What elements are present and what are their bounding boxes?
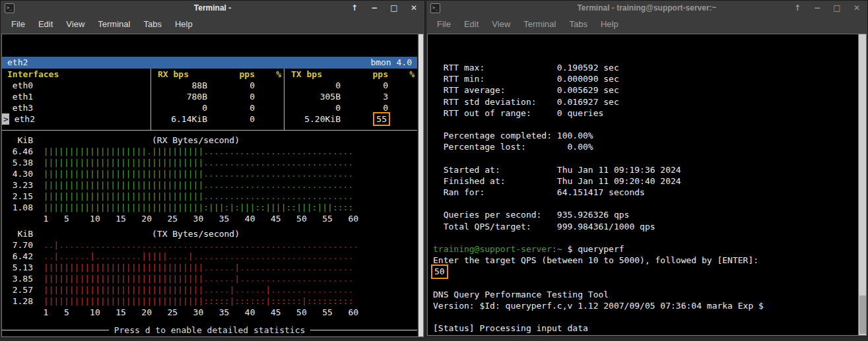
graph-row: 2.57 |||||||||||||||||||||||||||||||....… [2, 284, 417, 295]
prompt-user-host: training@support-server [433, 244, 552, 254]
scrollbar-thumb[interactable] [859, 295, 866, 334]
graph-run: |||||||||||||||||||||||||||||||:|||:|:||… [44, 202, 354, 212]
interface-name: eth3 [7, 102, 150, 113]
cell-value: 5.20KiB [284, 113, 341, 125]
graph-run: |||||||||||||||||||||||||||||||:::::|:::… [44, 296, 354, 306]
graph-ylabel: 4.30 [2, 169, 44, 179]
graph-ylabel: 2.15 [2, 191, 44, 201]
graph-xaxis: 1 5 10 15 20 25 30 35 40 45 50 55 60 [2, 307, 417, 318]
graph-run: |||||||||||||||||||| [44, 146, 147, 156]
terminal-window-queryperf: >_ Terminal - training@support-server:~ … [426, 0, 868, 337]
graph-run: . [147, 146, 152, 156]
terminal-window-bmon: >_ Terminal - ↑ − □ ✕ File Edit View Ter… [0, 0, 425, 338]
cell-value: 3 [341, 91, 388, 102]
terminal-line: RTT std deviation: 0.016927 sec [433, 96, 858, 108]
cell-value: 305B [284, 91, 341, 102]
scrollbar[interactable] [417, 34, 423, 336]
graph-row: 7.70 ..|................................… [2, 239, 417, 251]
selection-marker: > [2, 113, 9, 125]
graph-ylabel: 5.13 [2, 263, 44, 272]
minimize-button[interactable]: − [368, 3, 381, 13]
menu-file[interactable]: File [6, 17, 30, 31]
menu-edit[interactable]: Edit [33, 17, 58, 31]
terminal-line: Ran for: 64.151417 seconds [433, 187, 858, 198]
interface-row: > eth26.14KiB05.20KiB55 [2, 113, 417, 125]
cell-value [255, 91, 284, 102]
cell-value: 88B [150, 80, 207, 91]
graph-run: | [53, 240, 59, 250]
menu-view[interactable]: View [61, 17, 90, 31]
text-run: Queries per second: 935.926326 qps [433, 210, 629, 220]
graph-run: ............................. [203, 169, 353, 179]
text-run: Total QPS/target: 999.984361/1000 qps [433, 222, 655, 232]
terminal-line [433, 278, 858, 289]
graph-run: | [234, 263, 240, 272]
graph-run: ............................. [203, 191, 353, 201]
cell-value: 780B [150, 91, 207, 102]
titlebar[interactable]: >_ Terminal - training@support-server:~ … [426, 1, 867, 15]
graph-run: | [234, 274, 240, 284]
graph-run: ............................. [203, 146, 353, 156]
graph-run: ||||||||||||||||||||||||||||||| [44, 158, 204, 168]
text-run: Percentage lost: 0.00% [433, 142, 593, 152]
shade-button[interactable]: ↑ [348, 3, 361, 13]
menu-file[interactable]: File [432, 17, 456, 31]
menu-help[interactable]: Help [170, 17, 198, 31]
graph-run: |||||||||| [152, 146, 203, 156]
menu-help[interactable]: Help [595, 17, 624, 31]
menu-terminal[interactable]: Terminal [92, 17, 135, 31]
graph-run: ...................... [240, 274, 353, 284]
cell-value: 55 [341, 113, 388, 125]
graph-run: ......... [95, 251, 141, 261]
terminal-line: RTT average: 0.005629 sec [433, 84, 858, 96]
cell-value [388, 80, 417, 91]
terminal-line [433, 311, 858, 323]
graph-row: 3.85 |||||||||||||||||||||||||||||||....… [2, 273, 417, 284]
minimize-button[interactable]: − [811, 3, 824, 13]
menu-edit[interactable]: Edit [459, 17, 484, 31]
graph-row: 6.46 ||||||||||||||||||||.||||||||||....… [2, 146, 417, 157]
shade-button[interactable]: ↑ [791, 3, 804, 13]
menu-tabs[interactable]: Tabs [138, 17, 166, 31]
terminal-line [433, 153, 858, 164]
graph-run: ...... [203, 274, 234, 284]
cell-value: 0 [207, 91, 255, 102]
maximize-button[interactable]: □ [387, 3, 401, 13]
interface-row: eth088B000 [2, 80, 417, 91]
cell-value [255, 102, 284, 113]
text-run: [Status] Sending queries (beginning with… [433, 335, 717, 336]
interface-row: eth30000 [2, 102, 417, 113]
menu-terminal[interactable]: Terminal [518, 17, 561, 31]
interface-table-header: Interfaces RX bps pps % TX bps pps % [2, 69, 417, 80]
close-button[interactable]: ✕ [850, 3, 863, 13]
terminal-app-icon: >_ [5, 3, 15, 13]
graph-ylabel: 6.46 [2, 146, 44, 156]
menu-view[interactable]: View [486, 17, 516, 31]
rx-bytes-graph: KiB (RX Bytes/second) 6.46 |||||||||||||… [2, 135, 417, 224]
terminal-line: [Status] Processing input data [433, 323, 858, 334]
maximize-button[interactable]: □ [830, 3, 844, 13]
bmon-selected-interface: eth2 [7, 57, 28, 69]
menu-tabs[interactable]: Tabs [564, 17, 592, 31]
scrollbar[interactable] [858, 34, 866, 335]
scrollbar-thumb[interactable] [418, 34, 423, 336]
cell-value: 6.14KiB [150, 113, 207, 125]
graph-title: KiB (TX Bytes/second) [2, 228, 417, 239]
terminal-output[interactable]: RTT max: 0.190592 sec RTT min: 0.000090 … [428, 34, 858, 335]
terminal-line [433, 232, 858, 243]
titlebar[interactable]: >_ Terminal - ↑ − □ ✕ [1, 1, 424, 15]
graph-ylabel: 5.38 [2, 158, 44, 168]
close-button[interactable]: ✕ [407, 3, 420, 13]
graph-run: .... [168, 251, 188, 261]
graph-ylabel: 7.70 [2, 240, 44, 250]
graph-row: 3.23 |||||||||||||||||||||||||||||||....… [2, 179, 417, 191]
terminal-line: Percentage completed: 100.00% [433, 130, 858, 141]
graph-run: ...... [203, 263, 234, 272]
graph-ylabel: 3.85 [2, 274, 44, 284]
graph-row: 1.28 |||||||||||||||||||||||||||||||::::… [2, 295, 417, 307]
graph-row: 1.08 |||||||||||||||||||||||||||||||:|||… [2, 202, 417, 213]
terminal-line: Finished at: Thu Jan 11 09:20:40 2024 [433, 175, 858, 187]
graph-run: ........................................… [59, 240, 358, 250]
highlight-annotation: 50 [431, 264, 448, 278]
tx-bytes-graph: KiB (TX Bytes/second) 7.70 ..|..........… [2, 228, 417, 318]
